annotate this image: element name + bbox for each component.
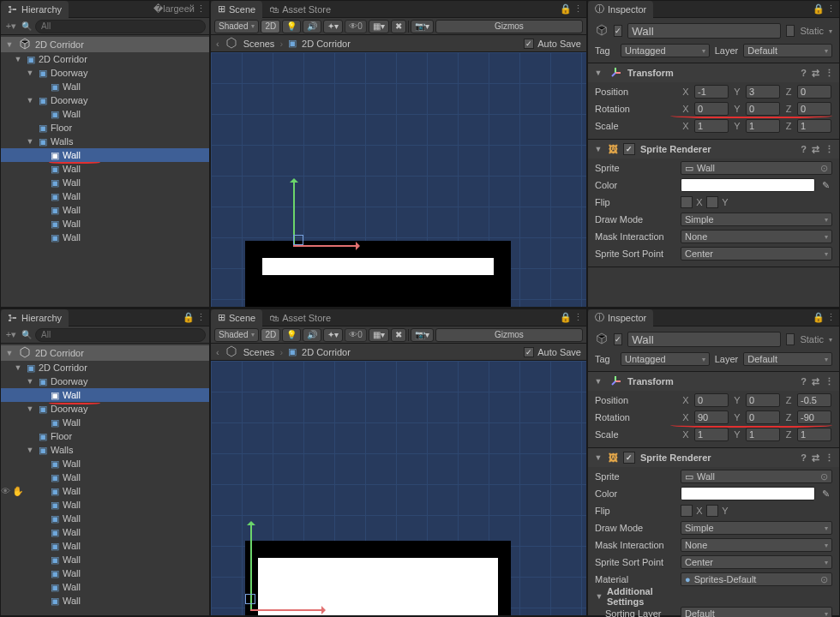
fx-toggle-icon[interactable]: ✦▾ bbox=[323, 20, 343, 33]
position-x-input[interactable] bbox=[694, 393, 729, 407]
position-z-input[interactable] bbox=[797, 393, 831, 407]
draw-mode-dropdown[interactable]: Shaded bbox=[214, 20, 259, 33]
tree-row-selected[interactable]: ▣Wall bbox=[1, 388, 209, 402]
panel-menu-icon[interactable]: ⋮ bbox=[573, 3, 583, 15]
color-field[interactable] bbox=[681, 487, 815, 500]
panel-menu-icon[interactable]: ⋮ bbox=[573, 312, 583, 323]
gameobject-active-checkbox[interactable] bbox=[614, 333, 622, 345]
breadcrumb-prefab[interactable]: 2D Corridor bbox=[302, 39, 351, 49]
lighting-toggle-icon[interactable]: 💡 bbox=[282, 20, 301, 33]
layer-dropdown[interactable]: Default bbox=[743, 352, 832, 366]
tag-dropdown[interactable]: Untagged bbox=[621, 44, 710, 57]
mode-2d-toggle[interactable]: 2D bbox=[261, 20, 280, 33]
breadcrumb-prefab[interactable]: 2D Corridor bbox=[302, 347, 351, 357]
tree-row[interactable]: ▣Wall bbox=[1, 539, 209, 553]
gameobject-active-checkbox[interactable] bbox=[614, 25, 622, 37]
eyedropper-icon[interactable]: ✎ bbox=[819, 488, 832, 500]
hidden-objects-icon[interactable]: 👁0 bbox=[345, 328, 367, 342]
back-icon[interactable]: ‹ bbox=[216, 347, 219, 357]
hierarchy-tab[interactable]: Hierarchy bbox=[1, 309, 69, 326]
position-y-input[interactable] bbox=[746, 393, 780, 407]
grid-toggle-icon[interactable]: ▦▾ bbox=[369, 20, 389, 33]
rotation-z-input[interactable] bbox=[797, 410, 831, 424]
auto-save-toggle[interactable]: Auto Save bbox=[524, 39, 581, 49]
scale-z-input[interactable] bbox=[797, 428, 831, 441]
tree-row[interactable]: ▣Wall bbox=[1, 107, 209, 121]
draw-mode-dropdown[interactable]: Simple bbox=[681, 213, 832, 226]
flip-y-checkbox[interactable] bbox=[706, 196, 718, 208]
camera-icon[interactable]: 📷▾ bbox=[411, 20, 434, 33]
tree-row[interactable]: ▣Wall bbox=[1, 566, 209, 580]
rotation-x-input[interactable] bbox=[694, 410, 729, 424]
audio-toggle-icon[interactable]: 🔊 bbox=[303, 328, 321, 342]
tree-row[interactable]: ▼▣Doorway bbox=[1, 402, 209, 416]
static-dropdown-icon[interactable]: ▾ bbox=[829, 27, 832, 35]
eyedropper-icon[interactable]: ✎ bbox=[819, 180, 832, 191]
sprite-renderer-header[interactable]: ▼ 🖼 Sprite Renderer ?⇄⋮ bbox=[588, 140, 839, 159]
preset-icon[interactable]: ⇄ bbox=[812, 452, 819, 464]
scene-tab[interactable]: ⊞Scene bbox=[211, 1, 262, 18]
tree-row[interactable]: ▼▣2D Corridor bbox=[1, 361, 209, 374]
preset-icon[interactable]: ⇄ bbox=[812, 144, 819, 155]
gameobject-name-input[interactable] bbox=[627, 332, 781, 347]
help-icon[interactable]: ? bbox=[801, 376, 807, 387]
pickability-icon[interactable]: ✋ bbox=[12, 486, 24, 497]
visibility-icon[interactable]: 👁 bbox=[1, 486, 10, 496]
hierarchy-search-input[interactable] bbox=[35, 20, 206, 33]
auto-save-toggle[interactable]: Auto Save bbox=[524, 347, 581, 357]
position-x-input[interactable] bbox=[694, 85, 729, 99]
scale-y-input[interactable] bbox=[746, 119, 780, 133]
object-picker-icon[interactable]: ⊙ bbox=[820, 163, 828, 174]
inspector-tab[interactable]: ⓘInspector bbox=[588, 309, 653, 326]
tree-row[interactable]: ▼▣Walls bbox=[1, 443, 209, 457]
fx-toggle-icon[interactable]: ✦▾ bbox=[323, 328, 343, 342]
audio-toggle-icon[interactable]: 🔊 bbox=[303, 20, 321, 33]
rotation-z-input[interactable] bbox=[797, 102, 831, 116]
gameobject-name-input[interactable] bbox=[627, 23, 781, 39]
component-menu-icon[interactable]: ⋮ bbox=[825, 68, 834, 79]
tree-row-selected[interactable]: ▣Wall bbox=[1, 148, 209, 162]
mask-interaction-dropdown[interactable]: None bbox=[681, 230, 832, 243]
layer-dropdown[interactable]: Default bbox=[743, 44, 832, 57]
lighting-toggle-icon[interactable]: 💡 bbox=[282, 328, 301, 342]
scale-x-input[interactable] bbox=[694, 428, 729, 441]
object-picker-icon[interactable]: ⊙ bbox=[820, 471, 828, 482]
tree-row[interactable]: ▣Wall bbox=[1, 580, 209, 594]
lock-icon[interactable]: 🔒 bbox=[560, 312, 572, 323]
component-menu-icon[interactable]: ⋮ bbox=[825, 376, 834, 387]
tree-row[interactable]: ▣Wall bbox=[1, 176, 209, 189]
flip-x-checkbox[interactable] bbox=[681, 196, 693, 208]
panel-menu-icon[interactable]: ⋮ bbox=[196, 312, 206, 323]
tree-row[interactable]: ▣Floor bbox=[1, 121, 209, 135]
create-dropdown[interactable]: +▾ bbox=[4, 20, 18, 33]
flip-x-checkbox[interactable] bbox=[681, 505, 693, 517]
static-dropdown-icon[interactable]: ▾ bbox=[829, 336, 832, 344]
asset-store-tab[interactable]: 🛍Asset Store bbox=[262, 1, 338, 18]
lock-icon[interactable]: 🔒 bbox=[183, 312, 195, 323]
static-checkbox[interactable] bbox=[786, 333, 795, 345]
tree-row[interactable]: ▣Wall bbox=[1, 231, 209, 244]
scale-z-input[interactable] bbox=[797, 119, 831, 133]
inspector-tab[interactable]: ⓘInspector bbox=[588, 1, 653, 18]
tree-row[interactable]: ▣Wall bbox=[1, 203, 209, 217]
lock-icon[interactable]: �largeей bbox=[153, 3, 195, 15]
sort-point-dropdown[interactable]: Center bbox=[681, 247, 832, 261]
tree-row[interactable]: ▣Wall bbox=[1, 80, 209, 93]
tree-row[interactable]: ▣Wall bbox=[1, 512, 209, 525]
component-enabled-checkbox[interactable] bbox=[623, 452, 635, 464]
tree-row[interactable]: ▼▣Walls bbox=[1, 135, 209, 148]
gizmos-dropdown[interactable]: Gizmos bbox=[435, 328, 583, 342]
tree-row[interactable]: ▣Wall bbox=[1, 457, 209, 470]
gizmos-dropdown[interactable]: Gizmos bbox=[435, 20, 583, 33]
back-icon[interactable]: ‹ bbox=[216, 39, 219, 49]
scale-x-input[interactable] bbox=[694, 119, 729, 133]
hierarchy-tree[interactable]: ▼ 2D Corridor ▼▣2D Corridor ▼▣Doorway ▣W… bbox=[1, 35, 209, 307]
help-icon[interactable]: ? bbox=[801, 68, 807, 79]
tag-dropdown[interactable]: Untagged bbox=[621, 352, 710, 366]
position-y-input[interactable] bbox=[746, 85, 780, 99]
sprite-renderer-header[interactable]: ▼ 🖼 Sprite Renderer ?⇄⋮ bbox=[588, 448, 839, 467]
tree-row[interactable]: ▼▣2D Corridor bbox=[1, 52, 209, 66]
tree-row[interactable]: ▣Wall bbox=[1, 525, 209, 539]
lock-icon[interactable]: 🔒 bbox=[813, 3, 825, 15]
mask-interaction-dropdown[interactable]: None bbox=[681, 538, 832, 552]
